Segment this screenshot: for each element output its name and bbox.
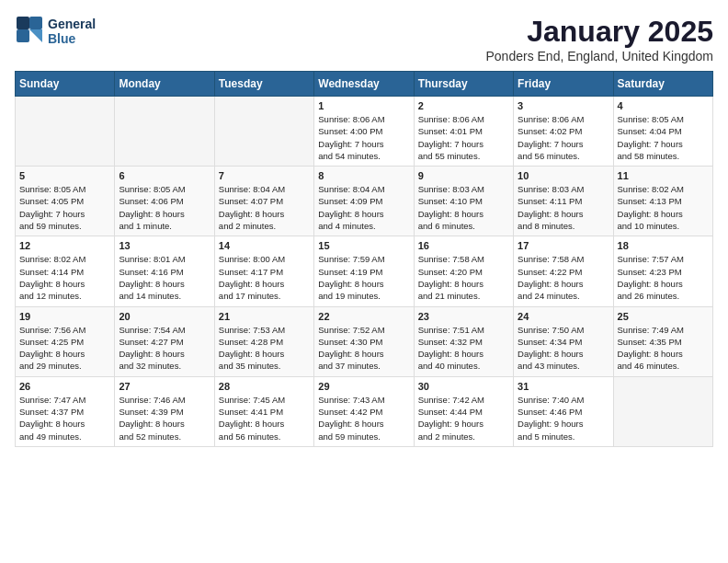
weekday-header-thursday: Thursday	[414, 72, 513, 97]
cell-content: Sunrise: 7:52 AM Sunset: 4:30 PM Dayligh…	[318, 324, 409, 373]
logo-icon	[15, 15, 44, 48]
cell-content: Sunrise: 7:57 AM Sunset: 4:23 PM Dayligh…	[618, 253, 709, 302]
logo-text-general: General	[48, 17, 96, 31]
calendar-cell: 31Sunrise: 7:40 AM Sunset: 4:46 PM Dayli…	[514, 376, 613, 446]
day-number: 18	[618, 240, 709, 251]
calendar-cell: 15Sunrise: 7:59 AM Sunset: 4:19 PM Dayli…	[314, 236, 414, 306]
day-number: 12	[19, 240, 110, 251]
calendar-cell: 5Sunrise: 8:05 AM Sunset: 4:05 PM Daylig…	[16, 167, 115, 236]
cell-content: Sunrise: 8:04 AM Sunset: 4:07 PM Dayligh…	[219, 183, 310, 232]
day-number: 11	[618, 170, 709, 181]
day-number: 13	[119, 240, 210, 251]
page-header: General Blue January 2025 Ponders End, E…	[15, 15, 713, 63]
calendar-cell: 6Sunrise: 8:05 AM Sunset: 4:06 PM Daylig…	[115, 167, 214, 236]
calendar-cell: 4Sunrise: 8:05 AM Sunset: 4:04 PM Daylig…	[613, 97, 712, 167]
svg-rect-0	[17, 17, 29, 29]
week-row-5: 26Sunrise: 7:47 AM Sunset: 4:37 PM Dayli…	[16, 376, 713, 446]
svg-rect-1	[29, 17, 42, 29]
calendar-cell: 21Sunrise: 7:53 AM Sunset: 4:28 PM Dayli…	[214, 306, 313, 376]
svg-marker-3	[29, 29, 42, 42]
month-title: January 2025	[486, 15, 714, 49]
cell-content: Sunrise: 7:42 AM Sunset: 4:44 PM Dayligh…	[418, 394, 509, 442]
week-row-3: 12Sunrise: 8:02 AM Sunset: 4:14 PM Dayli…	[16, 236, 713, 306]
calendar-cell: 11Sunrise: 8:02 AM Sunset: 4:13 PM Dayli…	[613, 167, 712, 236]
day-number: 10	[518, 170, 609, 181]
cell-content: Sunrise: 8:03 AM Sunset: 4:11 PM Dayligh…	[518, 183, 609, 232]
location-text: Ponders End, England, United Kingdom	[486, 49, 714, 63]
week-row-4: 19Sunrise: 7:56 AM Sunset: 4:25 PM Dayli…	[16, 306, 713, 376]
day-number: 31	[518, 381, 609, 392]
cell-content: Sunrise: 7:49 AM Sunset: 4:35 PM Dayligh…	[618, 324, 709, 373]
calendar-cell: 1Sunrise: 8:06 AM Sunset: 4:00 PM Daylig…	[314, 97, 414, 167]
calendar-cell: 14Sunrise: 8:00 AM Sunset: 4:17 PM Dayli…	[214, 236, 313, 306]
cell-content: Sunrise: 7:59 AM Sunset: 4:19 PM Dayligh…	[318, 253, 409, 302]
day-number: 17	[518, 240, 609, 251]
cell-content: Sunrise: 8:05 AM Sunset: 4:04 PM Dayligh…	[618, 113, 709, 162]
weekday-header-saturday: Saturday	[613, 72, 712, 97]
calendar-cell: 28Sunrise: 7:45 AM Sunset: 4:41 PM Dayli…	[214, 376, 313, 446]
day-number: 23	[418, 311, 509, 322]
calendar-cell: 25Sunrise: 7:49 AM Sunset: 4:35 PM Dayli…	[613, 306, 712, 376]
svg-rect-2	[17, 29, 29, 42]
logo: General Blue	[15, 15, 96, 48]
day-number: 3	[518, 100, 609, 111]
calendar-cell	[214, 97, 313, 167]
calendar-cell: 24Sunrise: 7:50 AM Sunset: 4:34 PM Dayli…	[514, 306, 613, 376]
weekday-header-sunday: Sunday	[16, 72, 115, 97]
day-number: 7	[219, 170, 310, 181]
calendar-cell: 9Sunrise: 8:03 AM Sunset: 4:10 PM Daylig…	[414, 167, 513, 236]
calendar-cell: 10Sunrise: 8:03 AM Sunset: 4:11 PM Dayli…	[514, 167, 613, 236]
calendar-cell: 2Sunrise: 8:06 AM Sunset: 4:01 PM Daylig…	[414, 97, 513, 167]
calendar-cell: 27Sunrise: 7:46 AM Sunset: 4:39 PM Dayli…	[115, 376, 214, 446]
calendar-cell: 19Sunrise: 7:56 AM Sunset: 4:25 PM Dayli…	[16, 306, 115, 376]
day-number: 25	[618, 311, 709, 322]
day-number: 29	[318, 381, 409, 392]
calendar-cell	[613, 376, 712, 446]
cell-content: Sunrise: 8:01 AM Sunset: 4:16 PM Dayligh…	[119, 253, 210, 302]
day-number: 9	[418, 170, 509, 181]
calendar-cell: 13Sunrise: 8:01 AM Sunset: 4:16 PM Dayli…	[115, 236, 214, 306]
cell-content: Sunrise: 7:45 AM Sunset: 4:41 PM Dayligh…	[219, 394, 310, 442]
cell-content: Sunrise: 8:04 AM Sunset: 4:09 PM Dayligh…	[318, 183, 409, 232]
calendar-cell: 29Sunrise: 7:43 AM Sunset: 4:42 PM Dayli…	[314, 376, 414, 446]
weekday-header-friday: Friday	[514, 72, 613, 97]
day-number: 8	[318, 170, 409, 181]
cell-content: Sunrise: 7:58 AM Sunset: 4:20 PM Dayligh…	[418, 253, 509, 302]
cell-content: Sunrise: 7:53 AM Sunset: 4:28 PM Dayligh…	[219, 324, 310, 373]
cell-content: Sunrise: 8:05 AM Sunset: 4:05 PM Dayligh…	[19, 183, 110, 232]
day-number: 14	[219, 240, 310, 251]
title-block: January 2025 Ponders End, England, Unite…	[486, 15, 714, 63]
calendar-cell: 8Sunrise: 8:04 AM Sunset: 4:09 PM Daylig…	[314, 167, 414, 236]
cell-content: Sunrise: 8:06 AM Sunset: 4:01 PM Dayligh…	[418, 113, 509, 162]
cell-content: Sunrise: 7:54 AM Sunset: 4:27 PM Dayligh…	[119, 324, 210, 373]
cell-content: Sunrise: 8:00 AM Sunset: 4:17 PM Dayligh…	[219, 253, 310, 302]
cell-content: Sunrise: 7:50 AM Sunset: 4:34 PM Dayligh…	[518, 324, 609, 373]
cell-content: Sunrise: 8:02 AM Sunset: 4:14 PM Dayligh…	[19, 253, 110, 302]
day-number: 22	[318, 311, 409, 322]
calendar-cell: 20Sunrise: 7:54 AM Sunset: 4:27 PM Dayli…	[115, 306, 214, 376]
cell-content: Sunrise: 8:06 AM Sunset: 4:00 PM Dayligh…	[318, 113, 409, 162]
cell-content: Sunrise: 7:40 AM Sunset: 4:46 PM Dayligh…	[518, 394, 609, 442]
day-number: 16	[418, 240, 509, 251]
logo-text-blue: Blue	[48, 31, 96, 46]
day-number: 24	[518, 311, 609, 322]
day-number: 15	[318, 240, 409, 251]
weekday-header-wednesday: Wednesday	[314, 72, 414, 97]
weekday-header-row: SundayMondayTuesdayWednesdayThursdayFrid…	[16, 72, 713, 97]
day-number: 30	[418, 381, 509, 392]
day-number: 28	[219, 381, 310, 392]
cell-content: Sunrise: 7:47 AM Sunset: 4:37 PM Dayligh…	[19, 394, 110, 442]
day-number: 6	[119, 170, 210, 181]
calendar-cell	[115, 97, 214, 167]
cell-content: Sunrise: 8:02 AM Sunset: 4:13 PM Dayligh…	[618, 183, 709, 232]
calendar-cell: 26Sunrise: 7:47 AM Sunset: 4:37 PM Dayli…	[16, 376, 115, 446]
calendar-cell: 12Sunrise: 8:02 AM Sunset: 4:14 PM Dayli…	[16, 236, 115, 306]
calendar-cell: 16Sunrise: 7:58 AM Sunset: 4:20 PM Dayli…	[414, 236, 513, 306]
weekday-header-tuesday: Tuesday	[214, 72, 313, 97]
calendar-cell: 7Sunrise: 8:04 AM Sunset: 4:07 PM Daylig…	[214, 167, 313, 236]
day-number: 5	[19, 170, 110, 181]
day-number: 4	[618, 100, 709, 111]
day-number: 1	[318, 100, 409, 111]
calendar-cell: 18Sunrise: 7:57 AM Sunset: 4:23 PM Dayli…	[613, 236, 712, 306]
week-row-1: 1Sunrise: 8:06 AM Sunset: 4:00 PM Daylig…	[16, 97, 713, 167]
